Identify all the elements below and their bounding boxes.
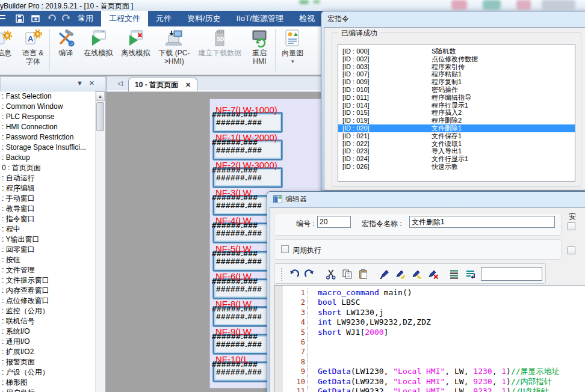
undo-icon[interactable] (288, 268, 300, 280)
macro-list-item[interactable]: [ID : 021]文件保存1 (338, 132, 575, 140)
bookmark-next-icon[interactable] (395, 268, 407, 280)
sidebar-item[interactable]: : Password Restriction (0, 132, 95, 142)
macro-list-item[interactable]: [ID : 003]程序索引传 (338, 63, 575, 71)
tab-close-icon[interactable]: ✕ (185, 81, 191, 88)
cut-icon[interactable] (325, 268, 337, 280)
offline-simulation-button[interactable]: 离线模拟 (117, 26, 154, 57)
undo-button[interactable] (46, 14, 56, 24)
macro-list-item[interactable]: [ID : 015]程序插入2 (338, 109, 575, 117)
sidebar-item[interactable]: : 户设（公用） (0, 367, 95, 378)
sidebar-item[interactable]: : 监控（公用） (0, 306, 95, 316)
sidebar-item[interactable]: : Y输出窗口 (0, 234, 95, 245)
sidebar-item[interactable]: : 程序编辑 (0, 183, 95, 194)
macro-list-item[interactable]: [ID : 007]程序粘贴1 (338, 70, 575, 78)
scroll-up-icon[interactable]: ▲ (96, 91, 105, 101)
panel-collapse-icon[interactable]: ▼ (76, 79, 89, 87)
toolbar-drag-handle[interactable] (280, 268, 283, 281)
sidebar-item[interactable]: : 梯形图 (0, 378, 95, 388)
sidebar-item[interactable]: : 扩展I/O2 (0, 347, 95, 357)
vector-graphics-button[interactable]: 向量图▾ (277, 26, 308, 66)
macro-editor-window[interactable]: 编辑器 编号 : 宏指令名称 : 安 周期执行 (267, 191, 585, 392)
macro-list-item[interactable]: [ID : 010]密码操作 (338, 86, 575, 94)
sidebar-item[interactable]: : 文件提示窗口 (0, 275, 95, 286)
macro-list-item[interactable]: [ID : 009]程序复制1 (338, 78, 575, 86)
scrollbar-thumb[interactable] (96, 102, 104, 131)
tab-yuanjian[interactable]: 元件 (148, 11, 179, 26)
sidebar-item[interactable]: : 程中 (0, 224, 95, 234)
document-tab-home-page[interactable]: 10 - 首页页面✕ (128, 78, 197, 91)
paste-icon[interactable] (358, 268, 370, 280)
sidebar-item[interactable]: : Storage Space Insuffici... (0, 142, 95, 153)
macro-list-item[interactable]: [ID : 014]程序行显示1 (338, 102, 575, 109)
security-checkbox[interactable] (568, 222, 575, 230)
export-window-icon (31, 14, 40, 23)
tab-ziliao-lishi[interactable]: 资料/历史 (179, 11, 229, 26)
sidebar-item[interactable]: : 指令窗口 (0, 214, 95, 224)
macro-list-item[interactable]: [ID : 022]文件读取1 (338, 140, 575, 148)
find-input[interactable] (481, 267, 542, 281)
editor-window-titlebar[interactable]: 编辑器 (267, 192, 585, 206)
sidebar-item[interactable]: : 系统I/O (0, 326, 95, 337)
line-number: 3 (283, 308, 308, 317)
sidebar-item[interactable]: : Backup (0, 153, 95, 163)
info-button[interactable]: 信息 (0, 26, 18, 57)
sidebar-item[interactable]: : 报警页面 (0, 357, 95, 367)
download-pc-hmi-button[interactable]: 下载 (PC->HMI) (154, 26, 194, 66)
secondary-checkbox[interactable] (568, 247, 575, 254)
export-window-button[interactable] (30, 14, 40, 24)
sidebar-item[interactable]: 0 : 首页页面 (0, 163, 95, 173)
macro-list-item[interactable]: [ID : 023]导入导出1 (338, 147, 575, 155)
sidebar-item[interactable]: : HMI Connection (0, 122, 95, 132)
sidebar-item[interactable]: : PLC Response (0, 112, 95, 122)
macro-list-item-selected[interactable]: [ID : 020]文件删除1 (338, 124, 575, 132)
sidebar-item[interactable]: : 自动运行 (0, 173, 95, 183)
compile-button[interactable]: 编译 (52, 26, 79, 57)
save-button[interactable] (14, 14, 25, 24)
macro-list-item[interactable]: [ID : 026]快速示教 (338, 163, 575, 171)
sidebar-item[interactable]: : 通用I/O (0, 337, 95, 347)
reboot-hmi-button[interactable]: 重启HMI (246, 26, 273, 66)
code-text: GetData(LW9232, "Local HMI", LW, 9232, 1… (318, 387, 548, 392)
macro-list-item[interactable]: [ID : 024]文件行显示1 (338, 155, 575, 163)
sidebar-item[interactable]: : 内存查看窗口 (0, 286, 95, 296)
sidebar-item[interactable]: : 联机信号 (0, 316, 95, 326)
number-input[interactable] (317, 216, 351, 228)
tab-iiot[interactable]: IIoT/能源管理 (229, 11, 291, 26)
redo-icon[interactable] (304, 268, 316, 280)
macro-window-titlebar[interactable]: 宏指令 (321, 11, 585, 26)
bookmark-toggle-icon[interactable] (379, 268, 391, 280)
macro-listbox[interactable]: [ID : 000]S随机数[ID : 002]点位修改传数据[ID : 003… (338, 44, 575, 182)
sidebar-item[interactable]: : 按钮 (0, 255, 95, 265)
goto-line-icon[interactable] (465, 268, 477, 280)
sidebar-item[interactable]: : 教导窗口 (0, 204, 95, 214)
sidebar-item[interactable]: : Common Window (0, 102, 95, 112)
vector-dropdown-caret[interactable]: ▾ (282, 57, 303, 66)
line-list-icon[interactable] (448, 268, 460, 280)
tab-gongchengwenjian[interactable]: 工程文件 (101, 11, 148, 26)
macro-list-item[interactable]: [ID : 019]程序删除2 (338, 117, 575, 124)
sidebar-item[interactable]: : 点位修改窗口 (0, 296, 95, 306)
tab-changyong[interactable]: 常用 (70, 11, 101, 26)
periodic-execution-checkbox[interactable] (281, 245, 289, 253)
tab-scroll-left-icon[interactable]: ◁ (117, 79, 122, 87)
copy-icon[interactable] (341, 268, 353, 280)
sidebar-item[interactable]: : 回零窗口 (0, 245, 95, 255)
sidebar-item[interactable]: : Fast Selection (0, 91, 95, 102)
sidebar-item[interactable]: : 手动窗口 (0, 194, 95, 204)
file-menu-fragment-icon[interactable] (0, 15, 5, 22)
macro-list-item[interactable]: [ID : 002]点位修改传数据 (338, 55, 575, 63)
sidebar-item[interactable]: : 文件管理 (0, 265, 95, 275)
bookmark-clear-icon[interactable] (427, 268, 439, 280)
macro-list-item[interactable]: [ID : 000]S随机数 (338, 47, 575, 55)
sidebar-item[interactable]: : 用户坐标 (0, 388, 95, 392)
language-font-button[interactable]: A 语言 &字体 (18, 26, 48, 66)
macro-list-item[interactable]: [ID : 011]程序编辑指导 (338, 94, 575, 102)
panel-close-icon[interactable]: ✕ (89, 79, 101, 87)
bookmark-previous-icon[interactable] (411, 268, 423, 280)
tab-jianshi[interactable]: 检视 (291, 11, 323, 26)
macro-name-input[interactable] (409, 216, 555, 228)
online-simulation-button[interactable]: 在线模拟 (79, 26, 117, 57)
macro-instruction-window[interactable]: 宏指令 已编译成功 [ID : 000]S随机数[ID : 002]点位修改传数… (321, 11, 585, 191)
code-editor[interactable]: 1macro_command main()2bool LBSC3short LW… (274, 285, 585, 392)
sidebar-scrollbar[interactable]: ▲ (95, 91, 105, 392)
